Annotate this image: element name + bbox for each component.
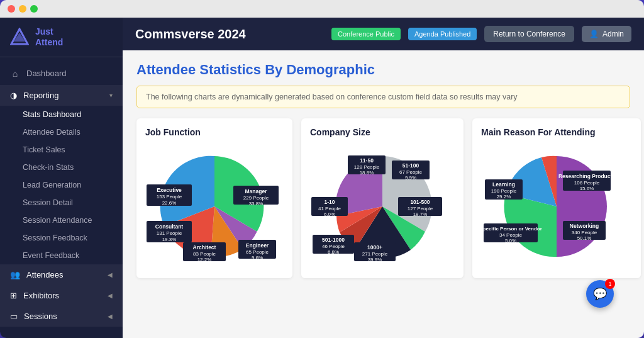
job-function-title: Job Function — [145, 127, 284, 137]
company-size-title: Company Size — [310, 127, 455, 137]
logo-line1: Just — [35, 26, 63, 37]
sidebar-sub-stats-dashboard[interactable]: Stats Dashboard — [0, 106, 123, 123]
sidebar-item-dashboard[interactable]: ⌂ Dashboard — [0, 62, 123, 85]
svg-text:9.9%: 9.9% — [405, 175, 416, 181]
page-title: Attendee Statistics By Demographic — [136, 62, 630, 78]
logo-line2: Attend — [35, 37, 63, 48]
job-function-chart: Manager 229 People 33.8% Engineer 65 Peo… — [145, 144, 284, 269]
sidebar-item-dashboard-label: Dashboard — [26, 69, 67, 78]
info-banner: The following charts are dynamically gen… — [136, 86, 630, 108]
svg-text:18.7%: 18.7% — [413, 211, 428, 217]
svg-text:9.6%: 9.6% — [252, 255, 263, 261]
company-size-chart-card: Company Size — [301, 118, 464, 278]
svg-text:11-50: 11-50 — [360, 157, 374, 164]
main-reason-chart: Researching Products 106 People 15.6% Le… — [481, 144, 632, 269]
svg-text:Engineer: Engineer — [246, 242, 269, 249]
svg-text:340 People: 340 People — [572, 230, 597, 235]
job-function-chart-card: Job Function — [136, 118, 292, 278]
sidebar-sub-session-attendance[interactable]: Session Attendance — [0, 211, 123, 229]
app-window: Just Attend ⌂ Dashboard ◑ Reporting ▾ — [0, 0, 644, 338]
close-dot[interactable] — [8, 5, 15, 13]
sidebar-sub-session-detail[interactable]: Session Detail — [0, 194, 123, 211]
sidebar-attendees-label: Attendees — [26, 270, 64, 279]
chat-badge: 1 — [605, 279, 615, 289]
reporting-icon: ◑ — [10, 91, 17, 100]
sidebar-item-sessions[interactable]: ▭ Sessions ◀ — [0, 306, 123, 327]
svg-text:67 People: 67 People — [399, 169, 423, 175]
main-reason-title: Main Reason For Attending — [481, 127, 632, 137]
svg-text:50.1%: 50.1% — [577, 235, 592, 241]
svg-text:51-100: 51-100 — [402, 162, 419, 169]
main-reason-chart-card: Main Reason For Attending — [472, 118, 641, 278]
chevron-icon2: ◀ — [108, 271, 113, 278]
svg-text:33.8%: 33.8% — [249, 201, 264, 206]
sidebar-sub-ticket-sales[interactable]: Ticket Sales — [0, 141, 123, 159]
charts-row: Job Function — [136, 118, 630, 278]
maximize-dot[interactable] — [30, 5, 38, 13]
topbar: Commsverse 2024 Conference Public Agenda… — [123, 18, 644, 50]
company-size-chart: 51-100 67 People 9.9% 11-50 128 People 1… — [310, 144, 455, 269]
main-reason-svg: Researching Products 106 People 15.6% Le… — [481, 147, 632, 266]
svg-text:34 People: 34 People — [499, 232, 523, 238]
svg-text:198 People: 198 People — [491, 188, 517, 194]
svg-text:131 People: 131 People — [157, 230, 182, 236]
company-size-svg: 51-100 67 People 9.9% 11-50 128 People 1… — [310, 147, 455, 266]
sidebar-item-reporting[interactable]: ◑ Reporting ▾ — [0, 85, 123, 106]
svg-text:18.8%: 18.8% — [360, 170, 374, 176]
sidebar: Just Attend ⌂ Dashboard ◑ Reporting ▾ — [0, 18, 123, 338]
sidebar-nav: ⌂ Dashboard ◑ Reporting ▾ Stats Dashboar… — [0, 57, 123, 338]
badge-conference-public: Conference Public — [331, 28, 401, 40]
svg-text:19.3%: 19.3% — [162, 237, 177, 242]
user-icon: 👤 — [589, 30, 599, 38]
chevron-icon: ▾ — [109, 92, 113, 99]
return-to-conference-button[interactable]: Return to Conference — [484, 26, 574, 42]
topbar-title: Commsverse 2024 — [135, 27, 324, 42]
svg-text:46 People: 46 People — [322, 244, 345, 249]
sidebar-exhibitors-label: Exhibitors — [23, 291, 59, 300]
svg-text:Specific Person or Vendor: Specific Person or Vendor — [481, 226, 542, 232]
svg-text:128 People: 128 People — [354, 164, 380, 170]
sidebar-sub-session-feedback[interactable]: Session Feedback — [0, 229, 123, 247]
svg-text:22.6%: 22.6% — [162, 200, 177, 206]
admin-button[interactable]: 👤 Admin — [582, 26, 631, 42]
svg-text:41 People: 41 People — [318, 206, 341, 211]
svg-text:Executive: Executive — [157, 187, 182, 193]
svg-text:Consultant: Consultant — [155, 223, 184, 230]
logo-icon — [10, 28, 29, 47]
job-function-svg: Manager 229 People 33.8% Engineer 65 Peo… — [145, 147, 284, 266]
svg-text:501-1000: 501-1000 — [322, 237, 345, 243]
svg-text:Researching Products: Researching Products — [558, 173, 615, 179]
sidebar-item-exhibitors[interactable]: ⊞ Exhibitors ◀ — [0, 285, 123, 306]
svg-text:6.8%: 6.8% — [328, 249, 339, 255]
page-content: Attendee Statistics By Demographic The f… — [123, 50, 644, 338]
svg-text:39.9%: 39.9% — [368, 257, 382, 262]
svg-text:12.2%: 12.2% — [197, 257, 212, 262]
sidebar-reporting-label: Reporting — [23, 91, 58, 100]
sidebar-sub-lead-generation[interactable]: Lead Generation — [0, 176, 123, 194]
chat-button[interactable]: 💬 1 — [605, 299, 633, 327]
svg-text:153 People: 153 People — [157, 194, 182, 200]
minimize-dot[interactable] — [19, 5, 26, 13]
sessions-icon: ▭ — [10, 312, 18, 321]
svg-text:83 People: 83 People — [193, 251, 216, 257]
svg-text:Manager: Manager — [245, 188, 268, 194]
svg-text:101-500: 101-500 — [410, 199, 430, 205]
chat-icon: 💬 — [593, 287, 607, 301]
home-icon: ⌂ — [10, 69, 20, 79]
chevron-icon4: ◀ — [108, 313, 113, 320]
svg-text:1-10: 1-10 — [324, 199, 335, 205]
svg-text:1000+: 1000+ — [367, 244, 382, 251]
chevron-icon3: ◀ — [108, 292, 113, 299]
svg-text:15.6%: 15.6% — [580, 186, 594, 191]
svg-text:5.0%: 5.0% — [505, 238, 516, 244]
sidebar-item-attendees[interactable]: 👥 Attendees ◀ — [0, 264, 123, 285]
svg-text:106 People: 106 People — [574, 180, 600, 186]
sidebar-sub-event-feedback[interactable]: Event Feedback — [0, 247, 123, 264]
svg-text:6.0%: 6.0% — [324, 211, 335, 217]
svg-text:Architect: Architect — [193, 244, 216, 251]
title-bar — [0, 0, 644, 18]
badge-agenda-published: Agenda Published — [408, 28, 477, 40]
sidebar-sub-checkin-stats[interactable]: Check-in Stats — [0, 159, 123, 176]
svg-text:29.2%: 29.2% — [497, 194, 511, 200]
sidebar-sub-attendee-details[interactable]: Attendee Details — [0, 123, 123, 141]
